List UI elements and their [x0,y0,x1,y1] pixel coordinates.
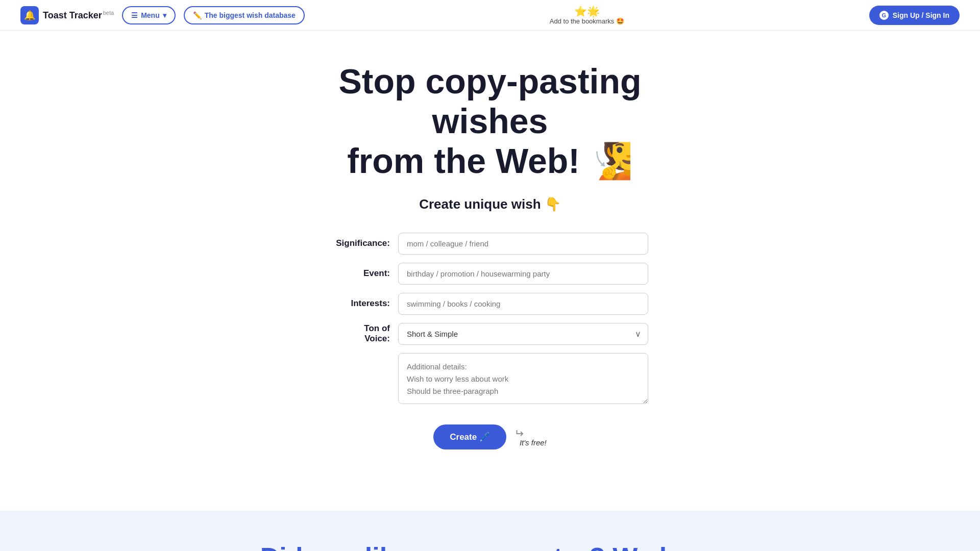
header-left: 🔔 Toast Trackerbeta ☰ Menu ▾ ✏️ The bigg… [20,6,305,24]
event-label: Event: [332,268,398,279]
beta-label: beta [103,10,114,16]
free-label-wrapper: ↵ It's free! [514,427,547,447]
bookmarks-label: Add to the bookmarks 🤩 [550,17,624,25]
hero-subtitle: Create unique wish 👇 [419,196,561,212]
create-area: Create 🖊️ ↵ It's free! [433,424,547,449]
significance-label: Significance: [332,238,398,248]
logo-text: Toast Trackerbeta [43,10,114,21]
main-content: Stop copy-pasting wishes from the Web! 🧏… [0,31,980,470]
additional-label [332,353,398,360]
menu-icon: ☰ [131,11,138,19]
signin-button[interactable]: G Sign Up / Sign In [869,6,960,25]
significance-input[interactable] [398,233,648,255]
wish-form: Significance: Event: Interests: Ton of V… [332,233,648,412]
logo-icon: 🔔 [20,6,39,24]
ton-row: Ton of Voice: Short & Simple Formal Funn… [332,323,648,345]
bottom-title: Did you like our generator? We have [10,541,970,551]
significance-row: Significance: [332,233,648,255]
bookmarks-emoji: ⭐🌟 [574,5,600,17]
ton-select[interactable]: Short & Simple Formal Funny Heartfelt Po… [398,323,648,345]
wish-db-button[interactable]: ✏️ The biggest wish database [184,6,305,24]
header: 🔔 Toast Trackerbeta ☰ Menu ▾ ✏️ The bigg… [0,0,980,31]
event-row: Event: [332,263,648,285]
ton-label: Ton of Voice: [332,323,398,344]
chevron-down-icon: ▾ [163,11,166,19]
logo-link[interactable]: 🔔 Toast Trackerbeta [20,6,114,24]
additional-row [332,353,648,404]
ton-select-wrapper: Short & Simple Formal Funny Heartfelt Po… [398,323,648,345]
bottom-section: Did you like our generator? We have [0,511,980,551]
menu-button[interactable]: ☰ Menu ▾ [122,6,176,24]
interests-input[interactable] [398,293,648,315]
interests-label: Interests: [332,298,398,309]
menu-label: Menu [141,11,160,19]
header-center: ⭐🌟 Add to the bookmarks 🤩 [550,5,624,25]
interests-row: Interests: [332,293,648,315]
google-icon: G [879,11,889,20]
curved-arrow-icon: ↵ [514,427,524,440]
wish-db-label: The biggest wish database [205,11,296,19]
edit-icon: ✏️ [193,11,202,19]
create-label: Create 🖊️ [450,432,490,442]
event-input[interactable] [398,263,648,285]
additional-textarea[interactable] [398,353,648,404]
signin-label: Sign Up / Sign In [893,11,949,19]
create-button[interactable]: Create 🖊️ [433,424,506,449]
header-right: G Sign Up / Sign In [869,6,960,25]
hero-title: Stop copy-pasting wishes from the Web! 🧏 [286,61,694,181]
